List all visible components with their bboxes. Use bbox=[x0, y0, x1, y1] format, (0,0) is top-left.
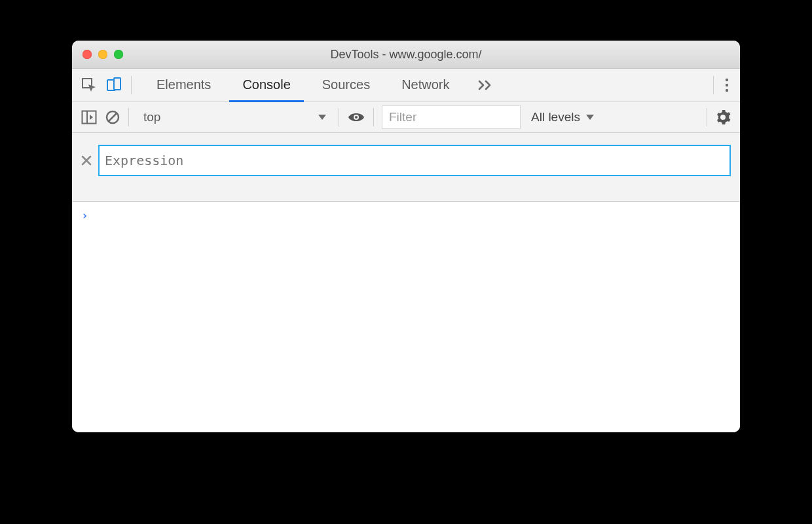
execution-context-label: top bbox=[143, 110, 160, 124]
minimize-window-button[interactable] bbox=[98, 50, 107, 59]
window-controls bbox=[72, 50, 123, 59]
panel-tabs: Elements Console Sources Network bbox=[132, 69, 713, 102]
console-prompt-caret: › bbox=[81, 208, 88, 222]
toggle-console-sidebar-icon[interactable] bbox=[81, 110, 97, 124]
console-settings-gear-icon[interactable] bbox=[715, 109, 731, 125]
panel-tabbar: Elements Console Sources Network bbox=[72, 69, 740, 102]
eye-icon[interactable] bbox=[347, 111, 365, 124]
separator bbox=[339, 108, 339, 126]
console-output-area[interactable]: › bbox=[72, 202, 740, 432]
device-toolbar-icon[interactable] bbox=[106, 77, 122, 93]
zoom-window-button[interactable] bbox=[114, 50, 123, 59]
log-levels-selector[interactable]: All levels bbox=[528, 110, 597, 124]
dropdown-triangle-icon bbox=[318, 113, 327, 121]
tab-console[interactable]: Console bbox=[229, 69, 303, 102]
console-toolbar: top All levels bbox=[72, 102, 740, 133]
separator bbox=[128, 108, 129, 126]
more-tabs-button[interactable] bbox=[468, 69, 502, 102]
devtools-window: DevTools - www.google.com/ Elements Cons… bbox=[72, 41, 740, 432]
svg-point-4 bbox=[726, 84, 728, 86]
svg-line-9 bbox=[109, 113, 117, 121]
svg-point-11 bbox=[355, 116, 358, 119]
close-window-button[interactable] bbox=[83, 50, 92, 59]
execution-context-selector[interactable]: top bbox=[137, 107, 331, 127]
separator bbox=[707, 108, 707, 126]
console-filter-input[interactable] bbox=[382, 105, 521, 129]
svg-rect-6 bbox=[83, 111, 96, 124]
inspect-element-icon[interactable] bbox=[81, 77, 97, 93]
clear-console-icon[interactable] bbox=[105, 109, 120, 125]
close-icon[interactable] bbox=[81, 155, 92, 166]
window-titlebar: DevTools - www.google.com/ bbox=[72, 41, 740, 69]
svg-point-3 bbox=[726, 79, 728, 81]
kebab-menu-icon[interactable] bbox=[724, 77, 729, 93]
live-expression-input[interactable] bbox=[98, 145, 731, 176]
log-levels-label: All levels bbox=[531, 110, 580, 124]
window-title: DevTools - www.google.com/ bbox=[72, 48, 740, 62]
tab-elements[interactable]: Elements bbox=[143, 69, 224, 102]
separator bbox=[373, 108, 374, 126]
chevrons-right-icon bbox=[477, 79, 493, 92]
dropdown-triangle-icon bbox=[585, 113, 595, 121]
svg-point-5 bbox=[726, 89, 728, 92]
tab-network[interactable]: Network bbox=[388, 69, 462, 102]
svg-rect-2 bbox=[114, 78, 120, 90]
tab-sources[interactable]: Sources bbox=[309, 69, 383, 102]
live-expression-bar bbox=[72, 133, 740, 202]
